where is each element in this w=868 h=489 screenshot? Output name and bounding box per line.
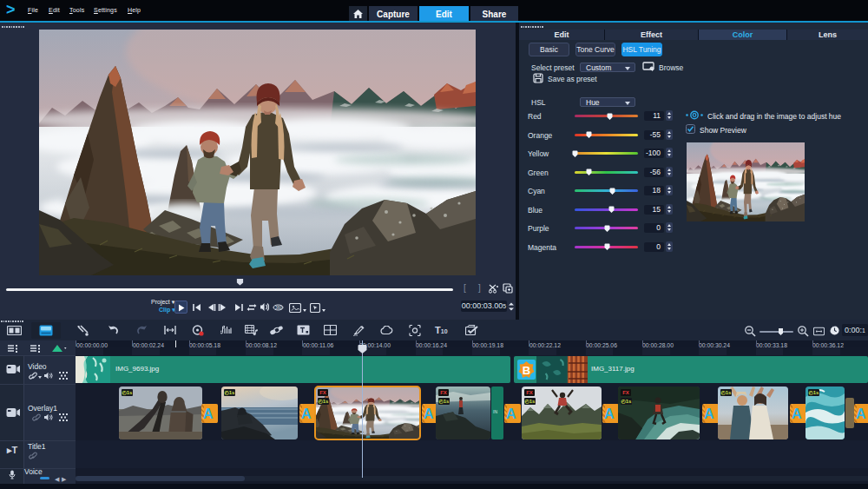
svg-text:360: 360 xyxy=(275,305,283,310)
svg-text:B: B xyxy=(523,364,530,377)
